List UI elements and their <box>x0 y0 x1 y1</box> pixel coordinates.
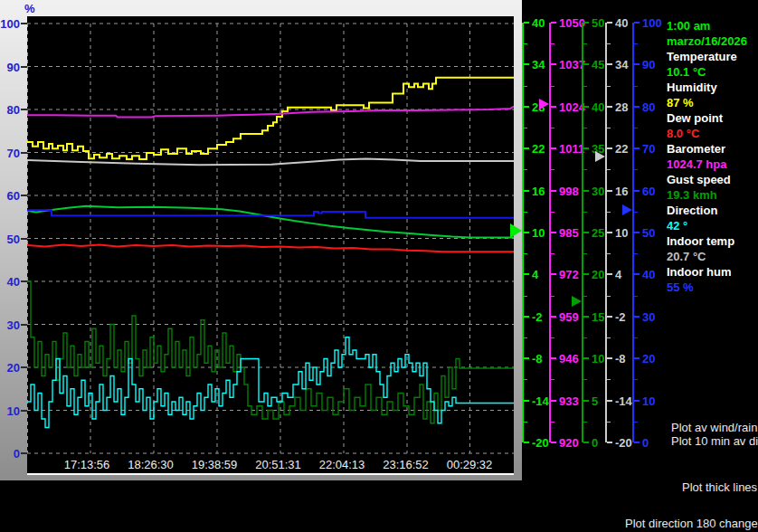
gust-speed-scale-label: 30 <box>592 184 604 197</box>
gust-speed-scale-minor-tick <box>583 86 587 87</box>
reading-barometer-label: Barometer <box>667 141 757 157</box>
barometer-scale-tick <box>551 22 556 24</box>
reading-humidity-value: 87 % <box>667 95 757 110</box>
gust-speed-scale-label: 5 <box>592 394 598 407</box>
left-axis-tick-label: 10 <box>0 404 20 417</box>
indoor-hum-scale-minor-tick <box>634 86 638 87</box>
plot-10min-av-dir-option[interactable]: Plot 10 min av dir <box>671 434 758 448</box>
outdoor-temp-scale-tick <box>524 400 529 402</box>
plot-direction-180-change-option[interactable]: Plot direction 180 change <box>625 517 758 530</box>
outdoor-temp-scale-tick <box>524 273 529 275</box>
series-indoor-temperature <box>27 159 514 166</box>
reading-direction-value: 42 ° <box>667 218 757 233</box>
indoor-temp-scale-label: -8 <box>615 352 626 366</box>
indoor-hum-scale-label: 100 <box>642 16 662 30</box>
indoor-hum-scale-tick <box>634 190 640 192</box>
indoor-temp-scale-minor-tick <box>607 296 611 297</box>
indoor-hum-scale-label: 0 <box>642 436 649 450</box>
reading-humidity-label: Humidity <box>667 80 757 95</box>
current-readings-panel: 1:00 ammarzo/16/2026Temperature10.1 °CHu… <box>667 18 757 295</box>
outdoor-temp-scale-tick <box>524 63 529 65</box>
barometer-scale-label: 946 <box>559 352 579 366</box>
barometer-scale-tick <box>551 63 556 65</box>
barometer-scale-minor-tick <box>551 296 554 297</box>
indoor-temp-scale-tick <box>607 106 612 108</box>
indoor-hum-scale-label: 10 <box>642 394 655 407</box>
time-axis-label: 22:04:13 <box>319 458 365 471</box>
outdoor-temp-scale-label: -14 <box>532 394 549 407</box>
gust-speed-scale-minor-tick <box>583 43 587 44</box>
barometer-scale-minor-tick <box>551 337 554 338</box>
outdoor-temp-scale-tick <box>524 316 529 318</box>
barometer-scale-tick <box>551 232 556 233</box>
indoor-temp-scale-minor-tick <box>607 86 611 87</box>
indoor-temp-scale-tick <box>607 232 612 233</box>
indoor-temp-scale-minor-tick <box>607 43 611 44</box>
barometer-scale-tick <box>551 442 556 443</box>
indoor-hum-scale-label: 60 <box>642 184 655 197</box>
indoor-hum-scale-current-marker-icon <box>622 204 632 215</box>
indoor-hum-scale-minor-tick <box>634 128 638 128</box>
indoor-temp-scale-minor-tick <box>607 212 611 213</box>
barometer-scale-tick <box>551 273 556 275</box>
indoor-temp-scale-label: 22 <box>615 142 628 156</box>
plot-area[interactable]: 17:13:5618:26:3019:38:5920:51:3122:04:13… <box>27 16 514 475</box>
weather-plot-window: % 1009080706050403020100 17:13:5618:26:3… <box>0 0 758 532</box>
left-axis-tick <box>21 66 27 68</box>
left-axis-tick-label: 80 <box>0 103 20 117</box>
indoor-hum-scale-tick <box>634 316 640 318</box>
time-axis-label: 20:51:31 <box>255 458 301 471</box>
barometer-scale-minor-tick <box>551 422 554 423</box>
barometer-scale-minor-tick <box>551 43 554 44</box>
indoor-hum-scale-tick <box>634 232 640 233</box>
indoor-temp-scale-minor-tick <box>607 169 611 170</box>
series-humidity <box>27 78 514 159</box>
plot-thick-lines-option[interactable]: Plot thick lines <box>682 480 757 494</box>
left-axis-title: % <box>24 2 35 15</box>
indoor-temp-scale-minor-tick <box>607 422 611 423</box>
outdoor-temp-scale-label: 22 <box>532 142 545 156</box>
indoor-hum-scale-tick <box>634 106 640 108</box>
indoor-hum-scale-minor-tick <box>634 212 638 213</box>
indoor-hum-scale-tick <box>634 22 640 24</box>
gust-speed-scale-label: 25 <box>592 226 604 240</box>
indoor-hum-scale-minor-tick <box>634 169 638 170</box>
left-axis-tick-label: 70 <box>0 146 20 159</box>
gust-speed-scale-label: 15 <box>592 309 604 323</box>
indoor-temp-scale-tick <box>607 190 612 192</box>
indoor-temp-scale-minor-tick <box>607 128 611 128</box>
indoor-temp-scale-label: -2 <box>615 309 626 323</box>
reading-dew-point-value: 8.0 °C <box>667 126 757 141</box>
plot-av-wind-rain-option[interactable]: Plot av wind/rain <box>671 421 757 434</box>
left-axis-tick-label: 0 <box>0 447 20 461</box>
reading-temperature-label: Temperature <box>667 49 757 64</box>
barometer-scale-tick <box>551 316 556 318</box>
indoor-temp-scale-current-marker-icon <box>595 151 605 162</box>
barometer-scale-label: 920 <box>559 436 579 450</box>
reading-time: 1:00 am <box>667 18 757 33</box>
indoor-temp-scale-tick <box>607 22 612 24</box>
gust-speed-scale-tick <box>583 106 589 108</box>
gust-speed-scale-tick <box>583 190 589 192</box>
reading-direction-label: Direction <box>667 203 757 218</box>
outdoor-temp-scale-tick <box>524 442 529 443</box>
reading-dew-point-label: Dew point <box>667 110 757 126</box>
indoor-hum-scale-label: 70 <box>642 142 655 156</box>
indoor-temp-scale-tick <box>607 273 612 275</box>
series-barometer <box>27 107 514 118</box>
indoor-temp-scale-label: 34 <box>615 58 628 71</box>
left-axis-tick-label: 20 <box>0 361 20 375</box>
indoor-hum-scale-tick <box>634 357 640 359</box>
time-axis-label: 17:13:56 <box>64 458 110 471</box>
gust-speed-scale-tick <box>583 147 589 149</box>
gust-speed-scale-tick <box>583 442 589 443</box>
barometer-scale-minor-tick <box>551 379 554 380</box>
indoor-temp-scale-tick <box>607 63 612 65</box>
reading-gust-speed-value: 19.3 kmh <box>667 187 757 203</box>
indoor-hum-scale-label: 50 <box>642 226 655 240</box>
gust-speed-scale-label: 20 <box>592 268 604 281</box>
outdoor-temp-scale-tick <box>524 232 529 233</box>
outdoor-temp-scale-label: 4 <box>532 268 538 281</box>
gust-speed-scale-current-marker-icon <box>572 296 582 307</box>
outdoor-temp-scale-minor-tick <box>524 253 527 254</box>
